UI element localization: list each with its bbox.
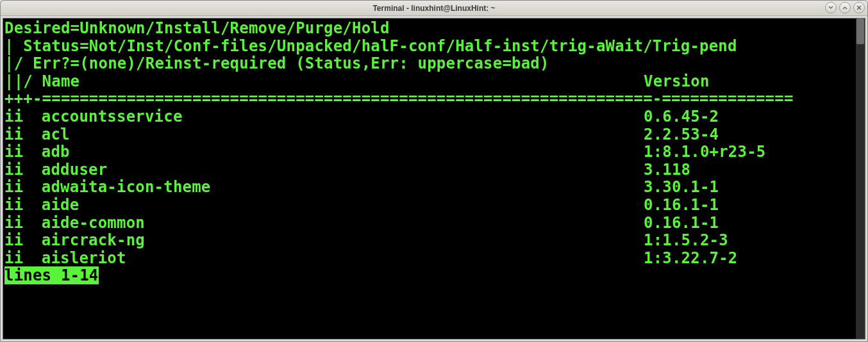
pkg-status: ii — [4, 197, 42, 215]
pkg-name: acl — [42, 126, 644, 144]
legend-line: |/ Err?=(none)/Reinst-required (Status,E… — [4, 55, 856, 73]
package-row: ii aide-common0.16.1-1 — [4, 215, 856, 232]
pkg-name: adwaita-icon-theme — [42, 179, 644, 197]
pkg-version: 3.118 — [644, 161, 690, 179]
col-version-header: Version — [644, 72, 710, 90]
pkg-version: 1:8.1.0+r23-5 — [644, 143, 765, 161]
maximize-button[interactable] — [839, 2, 851, 13]
pkg-status: ii — [4, 232, 42, 250]
pkg-name: aide — [42, 197, 644, 215]
titlebar[interactable]: Terminal - linuxhint@LinuxHint: ~ — [1, 1, 867, 16]
close-button[interactable] — [853, 2, 865, 13]
pager-status: lines 1-14 — [4, 267, 856, 285]
pkg-version: 3.30.1-1 — [644, 178, 719, 196]
pkg-version: 1:3.22.7-2 — [644, 249, 738, 267]
pkg-name: accountsservice — [42, 108, 644, 126]
scrollbar-thumb[interactable] — [856, 19, 864, 44]
package-row: ii adb1:8.1.0+r23-5 — [4, 143, 856, 161]
separator-row: +++-====================================… — [4, 90, 856, 108]
legend-line: | Status=Not/Inst/Conf-files/Unpacked/ha… — [4, 38, 856, 56]
pkg-name: adb — [42, 143, 644, 161]
pager-text: lines 1-14 — [4, 266, 99, 284]
package-row: ii aide0.16.1-1 — [4, 197, 856, 215]
pkg-name: aide-common — [42, 215, 644, 232]
pkg-name: adduser — [42, 161, 644, 179]
package-row: ii aircrack-ng1:1.5.2-3 — [4, 232, 856, 250]
legend-line: Desired=Unknown/Install/Remove/Purge/Hol… — [4, 20, 856, 38]
pkg-status: ii — [4, 126, 42, 144]
minimize-button[interactable] — [825, 2, 837, 13]
col-name-header: ||/ Name — [4, 73, 644, 91]
pkg-status: ii — [4, 108, 42, 126]
pkg-version: 2.2.53-4 — [644, 126, 719, 143]
pkg-status: ii — [4, 143, 42, 161]
header-row: ||/ NameVersion — [4, 73, 856, 91]
window-title: Terminal - linuxhint@LinuxHint: ~ — [372, 4, 495, 13]
scrollbar[interactable] — [856, 19, 865, 339]
pkg-status: ii — [4, 161, 42, 179]
pkg-version: 0.16.1-1 — [644, 214, 719, 232]
pkg-version: 1:1.5.2-3 — [644, 231, 728, 249]
package-row: ii adwaita-icon-theme3.30.1-1 — [4, 179, 856, 197]
terminal-container: Desired=Unknown/Install/Remove/Purge/Hol… — [3, 18, 865, 339]
package-row: ii adduser3.118 — [4, 161, 856, 179]
terminal-output[interactable]: Desired=Unknown/Install/Remove/Purge/Hol… — [3, 19, 856, 339]
pkg-version: 0.6.45-2 — [644, 108, 719, 126]
package-row: ii acl2.2.53-4 — [4, 126, 856, 144]
pkg-status: ii — [4, 179, 42, 197]
pkg-version: 0.16.1-1 — [644, 196, 719, 214]
pkg-name: aisleriot — [42, 250, 644, 268]
terminal-window: Terminal - linuxhint@LinuxHint: ~ Desire… — [0, 0, 868, 342]
pkg-name: aircrack-ng — [42, 232, 644, 250]
package-row: ii accountsservice0.6.45-2 — [4, 108, 856, 126]
window-controls — [825, 2, 865, 13]
pkg-status: ii — [4, 215, 42, 232]
package-row: ii aisleriot1:3.22.7-2 — [4, 250, 856, 268]
pkg-status: ii — [4, 250, 42, 268]
